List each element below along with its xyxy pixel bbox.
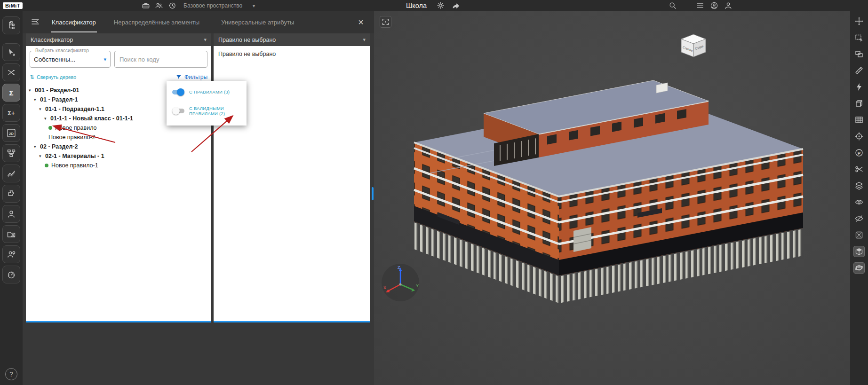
classifier-header-label: Классификатор xyxy=(31,37,73,43)
panel-menu-icon[interactable] xyxy=(30,17,40,27)
caret-down-icon[interactable]: ▾ xyxy=(39,154,45,158)
tool-users[interactable] xyxy=(2,205,20,223)
target-icon xyxy=(854,132,864,141)
share-icon[interactable] xyxy=(451,1,460,10)
tool-plugins[interactable] xyxy=(2,185,20,203)
screens-tool[interactable] xyxy=(853,48,865,60)
viewport-canvas[interactable] xyxy=(374,11,850,385)
rule-column-header[interactable]: Правило не выбрано ▾ xyxy=(214,33,370,46)
tool-analytics[interactable] xyxy=(2,165,20,182)
tree-item-label: 01 - Раздел-1 xyxy=(40,96,78,103)
horizontal-scrollbar[interactable] xyxy=(26,321,211,322)
tree-item-label: Новое правило xyxy=(55,125,97,131)
orbit-tool[interactable] xyxy=(853,262,865,274)
locate-tool[interactable] xyxy=(853,131,865,142)
tab-classifier[interactable]: Классификатор xyxy=(51,11,97,33)
workspace-selector[interactable]: Базовое пространство xyxy=(183,2,242,9)
tool-classifier[interactable]: Σ xyxy=(2,84,20,102)
tree-item[interactable]: ▾ 02-1 - Материалы - 1 xyxy=(26,151,211,161)
search-icon[interactable] xyxy=(668,1,677,10)
toggle-switch-off[interactable] xyxy=(172,109,184,113)
settings-gear-icon[interactable] xyxy=(436,1,445,10)
grid-tool[interactable] xyxy=(853,114,865,126)
tree-item-label: 02 - Раздел-2 xyxy=(40,143,78,150)
history-icon[interactable] xyxy=(167,1,177,10)
org-chart-icon xyxy=(7,149,16,158)
help-button[interactable]: ? xyxy=(5,368,17,380)
eye-icon xyxy=(854,197,864,207)
tool-dashboard[interactable] xyxy=(2,266,20,283)
clear-selection-tool[interactable] xyxy=(853,229,865,241)
tool-scheme[interactable] xyxy=(2,144,20,162)
svg-text:2D: 2D xyxy=(9,132,14,136)
chevron-down-icon[interactable]: ▾ xyxy=(204,37,207,43)
scissors-icon xyxy=(854,165,864,174)
visibility-tool[interactable] xyxy=(853,196,865,208)
chevron-down-icon[interactable]: ▾ xyxy=(253,3,255,8)
select-area-icon xyxy=(854,33,864,42)
layers-tool[interactable] xyxy=(853,180,865,191)
caret-down-icon[interactable]: ▾ xyxy=(34,144,40,149)
tool-user-location[interactable] xyxy=(2,245,20,263)
caret-down-icon[interactable]: ▾ xyxy=(39,107,45,111)
select-area-tool[interactable] xyxy=(853,32,865,43)
toggle-label: С ПРАВИЛАМИ (3) xyxy=(189,89,230,94)
tree-item[interactable]: ▾ 02 - Раздел-2 xyxy=(26,142,211,151)
filter-toggle-with-rules[interactable]: С ПРАВИЛАМИ (3) xyxy=(172,89,241,94)
project-title: Школа xyxy=(406,2,427,9)
lightning-icon xyxy=(854,82,864,92)
account-circle-icon[interactable] xyxy=(709,1,719,10)
person-pin-icon xyxy=(7,250,16,259)
caret-down-icon[interactable]: ▾ xyxy=(29,88,35,93)
pan-tool[interactable] xyxy=(853,16,865,27)
axis-gizmo[interactable]: Z X Y xyxy=(381,263,420,302)
gizmo-y-label: Y xyxy=(416,283,419,288)
panel-resize-handle[interactable] xyxy=(372,187,374,200)
measure-tool[interactable] xyxy=(853,65,865,76)
tree-item-rule[interactable]: Новое правило-1 xyxy=(26,161,211,170)
chevron-down-icon[interactable]: ▾ xyxy=(363,37,366,43)
chevron-down-icon[interactable]: ▾ xyxy=(104,56,106,63)
2d-icon: 2D xyxy=(6,128,16,138)
tab-unassigned-elements[interactable]: Нераспределённые элементы xyxy=(113,11,200,33)
filter-toggle-valid-rules[interactable]: С ВАЛИДНЫМИ ПРАВИЛАМИ (2) xyxy=(172,106,241,116)
tool-select[interactable] xyxy=(2,43,20,61)
filters-label: Фильтры xyxy=(184,74,207,80)
menu-list-icon[interactable] xyxy=(695,1,705,10)
half-model-tool[interactable] xyxy=(853,246,865,257)
tool-classifier-plus[interactable]: Σ+ xyxy=(2,104,20,122)
tab-universal-attributes[interactable]: Универсальные атрибуты xyxy=(220,11,295,33)
puzzle-icon xyxy=(7,189,16,198)
user-profile-icon[interactable] xyxy=(724,1,733,10)
app-logo[interactable]: BiMiT xyxy=(3,2,23,9)
focus-frame-button[interactable] xyxy=(380,16,391,28)
tool-shared-projects[interactable] xyxy=(2,225,20,243)
tool-model-structure[interactable] xyxy=(2,16,20,34)
caret-down-icon[interactable]: ▾ xyxy=(44,116,50,121)
tree-item-rule[interactable]: Новое правило-2 xyxy=(26,133,211,142)
quick-actions-tool[interactable] xyxy=(853,81,865,93)
code-search-input[interactable] xyxy=(114,51,207,68)
collapse-tree-button[interactable]: ⇅ Свернуть дерево xyxy=(30,74,76,80)
view-cube[interactable]: Справа Сзади xyxy=(677,30,710,60)
hide-tool[interactable] xyxy=(853,213,865,224)
close-icon[interactable]: × xyxy=(355,17,366,27)
team-icon[interactable] xyxy=(154,1,164,10)
classifier-column-header[interactable]: Классификатор ▾ xyxy=(26,33,211,46)
classifier-select-value: Собственны... xyxy=(34,56,75,63)
section-cut-tool[interactable] xyxy=(853,164,865,175)
parking-tool[interactable]: P xyxy=(853,147,865,158)
section-box-tool[interactable] xyxy=(853,98,865,109)
filters-button[interactable]: Фильтры xyxy=(175,74,207,80)
toggle-switch-on[interactable] xyxy=(172,90,184,94)
ruler-icon xyxy=(854,66,864,75)
tool-relations[interactable] xyxy=(2,63,20,81)
toolbox-icon[interactable] xyxy=(141,1,151,10)
viewport-3d[interactable]: Справа Сзади Z X Y xyxy=(374,11,850,385)
orbit-cube-icon xyxy=(854,263,864,273)
horizontal-scrollbar[interactable] xyxy=(214,321,370,322)
focus-frame-icon xyxy=(382,18,390,26)
caret-down-icon[interactable]: ▾ xyxy=(34,97,40,102)
tool-2d-view[interactable]: 2D xyxy=(2,124,20,142)
classifier-select[interactable]: Выбрать классификатор Собственны... ▾ xyxy=(30,51,111,68)
